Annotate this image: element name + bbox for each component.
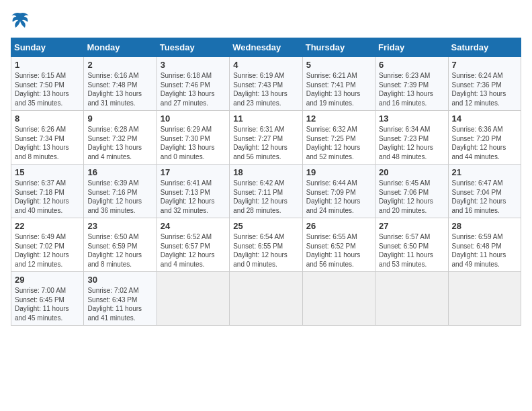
day-number: 22 <box>15 221 80 231</box>
day-info: Sunrise: 6:28 AMSunset: 7:32 PMDaylight:… <box>87 125 152 161</box>
calendar-cell: 21Sunrise: 6:47 AMSunset: 7:04 PMDayligh… <box>448 165 521 218</box>
calendar-week-row: 15Sunrise: 6:37 AMSunset: 7:18 PMDayligh… <box>11 165 521 218</box>
day-number: 6 <box>379 60 444 70</box>
day-number: 20 <box>379 167 444 177</box>
calendar-cell: 15Sunrise: 6:37 AMSunset: 7:18 PMDayligh… <box>11 165 84 218</box>
day-info: Sunrise: 6:36 AMSunset: 7:20 PMDaylight:… <box>452 125 517 161</box>
calendar-cell: 5Sunrise: 6:21 AMSunset: 7:41 PMDaylight… <box>302 57 375 111</box>
col-tuesday: Tuesday <box>157 38 229 57</box>
day-number: 5 <box>306 60 371 70</box>
calendar-cell: 19Sunrise: 6:44 AMSunset: 7:09 PMDayligh… <box>302 165 375 218</box>
day-number: 18 <box>233 167 298 177</box>
day-info: Sunrise: 6:21 AMSunset: 7:41 PMDaylight:… <box>306 71 371 107</box>
day-info: Sunrise: 6:54 AMSunset: 6:55 PMDaylight:… <box>233 232 298 269</box>
calendar-table: Sunday Monday Tuesday Wednesday Thursday… <box>11 38 521 326</box>
day-info: Sunrise: 6:44 AMSunset: 7:09 PMDaylight:… <box>306 179 371 215</box>
calendar-cell: 28Sunrise: 6:59 AMSunset: 6:48 PMDayligh… <box>448 218 521 272</box>
day-info: Sunrise: 6:24 AMSunset: 7:36 PMDaylight:… <box>452 71 517 107</box>
calendar-cell: 7Sunrise: 6:24 AMSunset: 7:36 PMDaylight… <box>448 57 521 111</box>
day-info: Sunrise: 6:59 AMSunset: 6:48 PMDaylight:… <box>452 232 517 269</box>
calendar-cell: 17Sunrise: 6:41 AMSunset: 7:13 PMDayligh… <box>157 165 229 218</box>
calendar-cell: 20Sunrise: 6:45 AMSunset: 7:06 PMDayligh… <box>375 165 448 218</box>
calendar-cell: 11Sunrise: 6:31 AMSunset: 7:27 PMDayligh… <box>230 111 302 165</box>
col-saturday: Saturday <box>448 38 521 57</box>
calendar-cell: 1Sunrise: 6:15 AMSunset: 7:50 PMDaylight… <box>11 57 84 111</box>
col-thursday: Thursday <box>302 38 375 57</box>
day-info: Sunrise: 6:49 AMSunset: 7:02 PMDaylight:… <box>15 232 80 269</box>
calendar-cell: 27Sunrise: 6:57 AMSunset: 6:50 PMDayligh… <box>375 218 448 272</box>
day-number: 4 <box>233 60 298 70</box>
calendar-week-row: 1Sunrise: 6:15 AMSunset: 7:50 PMDaylight… <box>11 57 521 111</box>
day-info: Sunrise: 6:31 AMSunset: 7:27 PMDaylight:… <box>233 125 298 161</box>
day-info: Sunrise: 6:15 AMSunset: 7:50 PMDaylight:… <box>15 71 80 107</box>
calendar-cell <box>302 272 375 326</box>
day-info: Sunrise: 6:55 AMSunset: 6:52 PMDaylight:… <box>306 232 371 269</box>
day-number: 3 <box>161 60 226 70</box>
col-monday: Monday <box>84 38 157 57</box>
calendar-cell <box>230 272 302 326</box>
col-friday: Friday <box>375 38 448 57</box>
day-info: Sunrise: 6:32 AMSunset: 7:25 PMDaylight:… <box>306 125 371 161</box>
logo-icon <box>11 11 30 30</box>
day-info: Sunrise: 6:50 AMSunset: 6:59 PMDaylight:… <box>87 232 152 269</box>
day-info: Sunrise: 6:41 AMSunset: 7:13 PMDaylight:… <box>161 179 226 215</box>
logo <box>11 11 32 30</box>
day-info: Sunrise: 7:00 AMSunset: 6:45 PMDaylight:… <box>15 286 80 322</box>
calendar-week-row: 22Sunrise: 6:49 AMSunset: 7:02 PMDayligh… <box>11 218 521 272</box>
calendar-cell <box>375 272 448 326</box>
day-number: 14 <box>452 113 517 124</box>
calendar-cell: 9Sunrise: 6:28 AMSunset: 7:32 PMDaylight… <box>84 111 157 165</box>
calendar-cell: 24Sunrise: 6:52 AMSunset: 6:57 PMDayligh… <box>157 218 229 272</box>
col-wednesday: Wednesday <box>230 38 302 57</box>
day-number: 8 <box>15 113 80 124</box>
day-info: Sunrise: 6:16 AMSunset: 7:48 PMDaylight:… <box>87 71 152 107</box>
day-number: 25 <box>233 221 298 231</box>
day-number: 13 <box>379 113 444 124</box>
calendar-cell: 13Sunrise: 6:34 AMSunset: 7:23 PMDayligh… <box>375 111 448 165</box>
day-number: 19 <box>306 167 371 177</box>
day-info: Sunrise: 6:34 AMSunset: 7:23 PMDaylight:… <box>379 125 444 161</box>
calendar-cell: 6Sunrise: 6:23 AMSunset: 7:39 PMDaylight… <box>375 57 448 111</box>
day-number: 15 <box>15 167 80 177</box>
day-info: Sunrise: 6:26 AMSunset: 7:34 PMDaylight:… <box>15 125 80 161</box>
day-number: 26 <box>306 221 371 231</box>
calendar-cell: 12Sunrise: 6:32 AMSunset: 7:25 PMDayligh… <box>302 111 375 165</box>
calendar-cell: 18Sunrise: 6:42 AMSunset: 7:11 PMDayligh… <box>230 165 302 218</box>
calendar-cell: 23Sunrise: 6:50 AMSunset: 6:59 PMDayligh… <box>84 218 157 272</box>
calendar-cell: 4Sunrise: 6:19 AMSunset: 7:43 PMDaylight… <box>230 57 302 111</box>
day-info: Sunrise: 6:52 AMSunset: 6:57 PMDaylight:… <box>161 232 226 269</box>
day-number: 10 <box>161 113 226 124</box>
calendar-cell <box>448 272 521 326</box>
calendar-cell: 29Sunrise: 7:00 AMSunset: 6:45 PMDayligh… <box>11 272 84 326</box>
day-number: 23 <box>87 221 152 231</box>
calendar-cell: 14Sunrise: 6:36 AMSunset: 7:20 PMDayligh… <box>448 111 521 165</box>
day-number: 21 <box>452 167 517 177</box>
day-number: 28 <box>452 221 517 231</box>
day-number: 1 <box>15 60 80 70</box>
day-number: 12 <box>306 113 371 124</box>
day-info: Sunrise: 6:37 AMSunset: 7:18 PMDaylight:… <box>15 179 80 215</box>
calendar-cell: 2Sunrise: 6:16 AMSunset: 7:48 PMDaylight… <box>84 57 157 111</box>
calendar-cell: 16Sunrise: 6:39 AMSunset: 7:16 PMDayligh… <box>84 165 157 218</box>
day-number: 27 <box>379 221 444 231</box>
calendar-cell: 26Sunrise: 6:55 AMSunset: 6:52 PMDayligh… <box>302 218 375 272</box>
day-info: Sunrise: 7:02 AMSunset: 6:43 PMDaylight:… <box>87 286 152 322</box>
calendar-header-row: Sunday Monday Tuesday Wednesday Thursday… <box>11 38 521 57</box>
day-number: 9 <box>87 113 152 124</box>
day-number: 24 <box>161 221 226 231</box>
day-number: 16 <box>87 167 152 177</box>
day-number: 17 <box>161 167 226 177</box>
day-info: Sunrise: 6:23 AMSunset: 7:39 PMDaylight:… <box>379 71 444 107</box>
calendar-cell: 30Sunrise: 7:02 AMSunset: 6:43 PMDayligh… <box>84 272 157 326</box>
calendar-cell: 10Sunrise: 6:29 AMSunset: 7:30 PMDayligh… <box>157 111 229 165</box>
calendar-cell: 25Sunrise: 6:54 AMSunset: 6:55 PMDayligh… <box>230 218 302 272</box>
calendar-cell: 8Sunrise: 6:26 AMSunset: 7:34 PMDaylight… <box>11 111 84 165</box>
day-info: Sunrise: 6:19 AMSunset: 7:43 PMDaylight:… <box>233 71 298 107</box>
day-info: Sunrise: 6:39 AMSunset: 7:16 PMDaylight:… <box>87 179 152 215</box>
calendar-week-row: 8Sunrise: 6:26 AMSunset: 7:34 PMDaylight… <box>11 111 521 165</box>
day-number: 7 <box>452 60 517 70</box>
calendar-cell: 3Sunrise: 6:18 AMSunset: 7:46 PMDaylight… <box>157 57 229 111</box>
day-info: Sunrise: 6:29 AMSunset: 7:30 PMDaylight:… <box>161 125 226 161</box>
day-number: 29 <box>15 275 80 285</box>
col-sunday: Sunday <box>11 38 84 57</box>
